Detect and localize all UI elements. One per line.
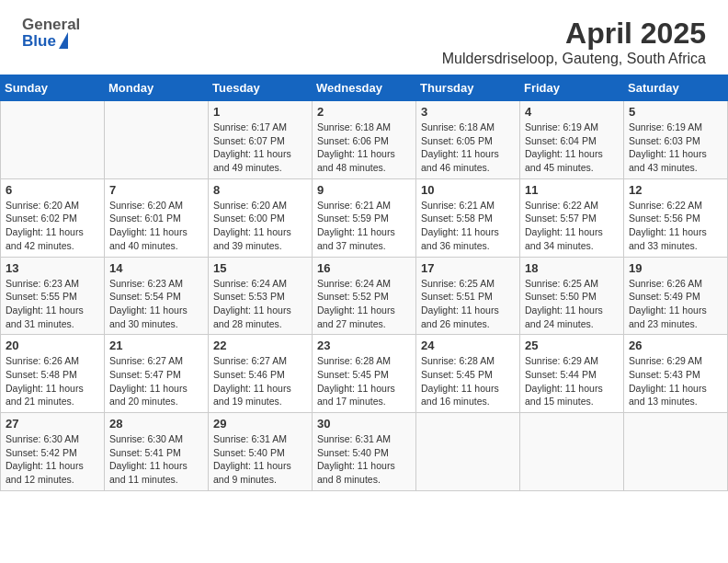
day-number: 9 [317,183,411,197]
day-number: 18 [525,261,619,275]
calendar-cell: 4Sunrise: 6:19 AM Sunset: 6:04 PM Daylig… [520,101,624,179]
day-number: 27 [6,417,99,431]
day-number: 1 [213,105,307,119]
day-number: 22 [213,339,307,352]
title-block: April 2025 Muldersdriseloop, Gauteng, So… [442,17,706,67]
calendar-cell [624,413,728,491]
day-info: Sunrise: 6:31 AM Sunset: 5:40 PM Dayligh… [213,432,307,487]
day-number: 24 [421,339,515,352]
day-info: Sunrise: 6:29 AM Sunset: 5:43 PM Dayligh… [629,354,722,408]
calendar-cell: 23Sunrise: 6:28 AM Sunset: 5:45 PM Dayli… [313,335,416,413]
day-info: Sunrise: 6:24 AM Sunset: 5:53 PM Dayligh… [213,277,307,331]
logo-blue: Blue [22,33,56,49]
calendar-week-5: 27Sunrise: 6:30 AM Sunset: 5:42 PM Dayli… [1,413,728,491]
day-number: 14 [109,261,203,275]
day-of-week-wednesday: Wednesday [313,75,416,101]
day-info: Sunrise: 6:26 AM Sunset: 5:49 PM Dayligh… [629,277,722,331]
day-info: Sunrise: 6:25 AM Sunset: 5:50 PM Dayligh… [525,277,619,331]
calendar-cell: 15Sunrise: 6:24 AM Sunset: 5:53 PM Dayli… [209,257,313,335]
calendar-cell: 22Sunrise: 6:27 AM Sunset: 5:46 PM Dayli… [209,335,313,413]
calendar-week-4: 20Sunrise: 6:26 AM Sunset: 5:48 PM Dayli… [1,335,728,413]
day-number: 5 [629,105,722,119]
day-info: Sunrise: 6:18 AM Sunset: 6:05 PM Dayligh… [421,121,515,175]
day-of-week-thursday: Thursday [416,75,520,101]
day-info: Sunrise: 6:31 AM Sunset: 5:40 PM Dayligh… [317,432,411,487]
calendar-cell [416,413,520,491]
calendar-cell: 16Sunrise: 6:24 AM Sunset: 5:52 PM Dayli… [313,257,416,335]
day-info: Sunrise: 6:24 AM Sunset: 5:52 PM Dayligh… [317,277,411,331]
calendar-cell: 21Sunrise: 6:27 AM Sunset: 5:47 PM Dayli… [105,335,209,413]
day-of-week-sunday: Sunday [1,75,105,101]
day-number: 2 [317,105,411,119]
calendar-cell: 30Sunrise: 6:31 AM Sunset: 5:40 PM Dayli… [313,413,416,491]
day-info: Sunrise: 6:19 AM Sunset: 6:03 PM Dayligh… [629,121,722,175]
calendar-cell: 14Sunrise: 6:23 AM Sunset: 5:54 PM Dayli… [105,257,209,335]
day-info: Sunrise: 6:30 AM Sunset: 5:41 PM Dayligh… [109,432,203,487]
logo-triangle-icon [59,32,68,49]
calendar-cell: 5Sunrise: 6:19 AM Sunset: 6:03 PM Daylig… [624,101,728,179]
calendar-cell: 8Sunrise: 6:20 AM Sunset: 6:00 PM Daylig… [209,178,313,257]
calendar-cell: 10Sunrise: 6:21 AM Sunset: 5:58 PM Dayli… [416,178,520,257]
calendar-cell: 20Sunrise: 6:26 AM Sunset: 5:48 PM Dayli… [1,335,105,413]
location-title: Muldersdriseloop, Gauteng, South Africa [442,51,706,67]
calendar-cell: 19Sunrise: 6:26 AM Sunset: 5:49 PM Dayli… [624,257,728,335]
month-title: April 2025 [442,17,706,51]
calendar-cell: 11Sunrise: 6:22 AM Sunset: 5:57 PM Dayli… [520,178,624,257]
day-info: Sunrise: 6:20 AM Sunset: 6:01 PM Dayligh… [109,199,203,253]
header: General Blue April 2025 Muldersdriseloop… [0,0,728,75]
day-of-week-friday: Friday [520,75,624,101]
day-info: Sunrise: 6:22 AM Sunset: 5:56 PM Dayligh… [629,199,722,253]
day-info: Sunrise: 6:22 AM Sunset: 5:57 PM Dayligh… [525,199,619,253]
day-info: Sunrise: 6:20 AM Sunset: 6:00 PM Dayligh… [213,199,307,253]
day-number: 21 [109,339,203,352]
day-info: Sunrise: 6:28 AM Sunset: 5:45 PM Dayligh… [317,354,411,408]
day-number: 12 [629,183,722,197]
day-info: Sunrise: 6:21 AM Sunset: 5:58 PM Dayligh… [421,199,515,253]
day-info: Sunrise: 6:30 AM Sunset: 5:42 PM Dayligh… [6,432,99,487]
day-info: Sunrise: 6:21 AM Sunset: 5:59 PM Dayligh… [317,199,411,253]
day-number: 7 [109,183,203,197]
calendar-header: SundayMondayTuesdayWednesdayThursdayFrid… [1,75,728,101]
day-info: Sunrise: 6:25 AM Sunset: 5:51 PM Dayligh… [421,277,515,331]
calendar-cell: 28Sunrise: 6:30 AM Sunset: 5:41 PM Dayli… [105,413,209,491]
calendar-cell: 1Sunrise: 6:17 AM Sunset: 6:07 PM Daylig… [209,101,313,179]
calendar-cell [1,101,105,179]
day-number: 25 [525,339,619,352]
calendar-cell: 2Sunrise: 6:18 AM Sunset: 6:06 PM Daylig… [313,101,416,179]
calendar-cell: 27Sunrise: 6:30 AM Sunset: 5:42 PM Dayli… [1,413,105,491]
days-of-week-row: SundayMondayTuesdayWednesdayThursdayFrid… [1,75,728,101]
calendar-cell: 29Sunrise: 6:31 AM Sunset: 5:40 PM Dayli… [209,413,313,491]
calendar-week-2: 6Sunrise: 6:20 AM Sunset: 6:02 PM Daylig… [1,178,728,257]
day-of-week-tuesday: Tuesday [209,75,313,101]
logo-general: General [22,17,80,32]
calendar-cell: 12Sunrise: 6:22 AM Sunset: 5:56 PM Dayli… [624,178,728,257]
logo: General Blue [22,17,80,50]
day-of-week-saturday: Saturday [624,75,728,101]
day-number: 20 [6,339,99,352]
calendar-body: 1Sunrise: 6:17 AM Sunset: 6:07 PM Daylig… [1,101,728,491]
day-info: Sunrise: 6:27 AM Sunset: 5:47 PM Dayligh… [109,354,203,408]
day-info: Sunrise: 6:26 AM Sunset: 5:48 PM Dayligh… [6,354,99,408]
day-number: 13 [6,261,99,275]
day-info: Sunrise: 6:17 AM Sunset: 6:07 PM Dayligh… [213,121,307,175]
day-number: 28 [109,417,203,431]
calendar-cell: 24Sunrise: 6:28 AM Sunset: 5:45 PM Dayli… [416,335,520,413]
calendar-cell [520,413,624,491]
calendar-cell: 9Sunrise: 6:21 AM Sunset: 5:59 PM Daylig… [313,178,416,257]
day-info: Sunrise: 6:20 AM Sunset: 6:02 PM Dayligh… [6,199,99,253]
calendar-cell [105,101,209,179]
calendar-cell: 25Sunrise: 6:29 AM Sunset: 5:44 PM Dayli… [520,335,624,413]
calendar-week-3: 13Sunrise: 6:23 AM Sunset: 5:55 PM Dayli… [1,257,728,335]
day-number: 3 [421,105,515,119]
day-info: Sunrise: 6:18 AM Sunset: 6:06 PM Dayligh… [317,121,411,175]
day-number: 23 [317,339,411,352]
day-number: 16 [317,261,411,275]
day-number: 11 [525,183,619,197]
calendar-cell: 3Sunrise: 6:18 AM Sunset: 6:05 PM Daylig… [416,101,520,179]
calendar-cell: 13Sunrise: 6:23 AM Sunset: 5:55 PM Dayli… [1,257,105,335]
day-of-week-monday: Monday [105,75,209,101]
calendar-week-1: 1Sunrise: 6:17 AM Sunset: 6:07 PM Daylig… [1,101,728,179]
day-info: Sunrise: 6:23 AM Sunset: 5:55 PM Dayligh… [6,277,99,331]
calendar-cell: 26Sunrise: 6:29 AM Sunset: 5:43 PM Dayli… [624,335,728,413]
day-number: 6 [6,183,99,197]
